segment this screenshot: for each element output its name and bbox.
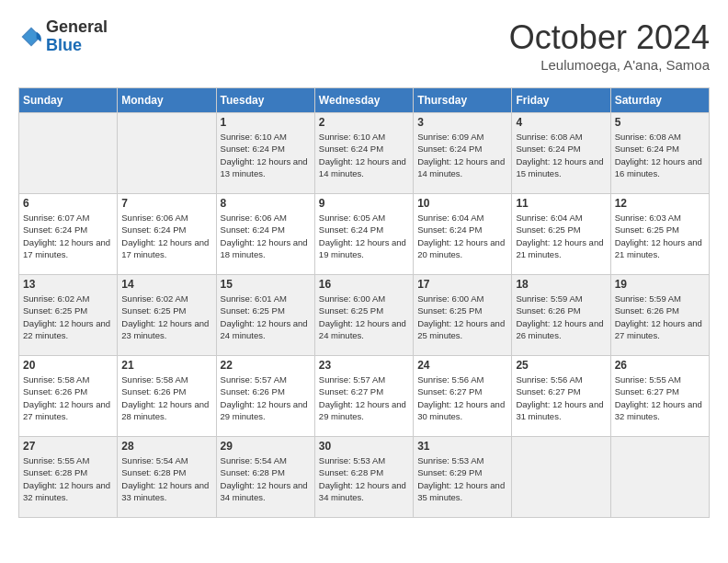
calendar-cell: 6Sunrise: 6:07 AMSunset: 6:24 PMDaylight… bbox=[19, 194, 118, 275]
day-info: Sunrise: 6:04 AMSunset: 6:24 PMDaylight:… bbox=[417, 212, 507, 260]
weekday-header: Tuesday bbox=[216, 88, 314, 113]
weekday-header: Friday bbox=[512, 88, 610, 113]
calendar-cell: 31Sunrise: 5:53 AMSunset: 6:29 PMDayligh… bbox=[414, 437, 512, 518]
day-number: 23 bbox=[319, 359, 409, 372]
day-info: Sunrise: 6:10 AMSunset: 6:24 PMDaylight:… bbox=[221, 131, 311, 179]
day-number: 11 bbox=[516, 197, 606, 210]
day-number: 6 bbox=[23, 197, 113, 210]
calendar-cell: 30Sunrise: 5:53 AMSunset: 6:28 PMDayligh… bbox=[314, 437, 413, 518]
calendar-cell: 29Sunrise: 5:54 AMSunset: 6:28 PMDayligh… bbox=[216, 437, 314, 518]
weekday-header: Sunday bbox=[19, 88, 118, 113]
day-number: 15 bbox=[221, 278, 311, 291]
day-number: 8 bbox=[221, 197, 311, 210]
calendar-cell: 24Sunrise: 5:56 AMSunset: 6:27 PMDayligh… bbox=[414, 356, 512, 437]
calendar-week-row: 1Sunrise: 6:10 AMSunset: 6:24 PMDaylight… bbox=[19, 113, 710, 194]
day-info: Sunrise: 6:00 AMSunset: 6:25 PMDaylight:… bbox=[417, 293, 507, 341]
day-info: Sunrise: 6:08 AMSunset: 6:24 PMDaylight:… bbox=[516, 131, 606, 179]
day-info: Sunrise: 6:09 AMSunset: 6:24 PMDaylight:… bbox=[417, 131, 507, 179]
day-number: 12 bbox=[615, 197, 705, 210]
day-info: Sunrise: 6:07 AMSunset: 6:24 PMDaylight:… bbox=[23, 212, 113, 260]
day-number: 17 bbox=[417, 278, 507, 291]
calendar-cell: 2Sunrise: 6:10 AMSunset: 6:24 PMDaylight… bbox=[314, 113, 413, 194]
day-number: 29 bbox=[221, 440, 311, 453]
calendar-cell: 4Sunrise: 6:08 AMSunset: 6:24 PMDaylight… bbox=[512, 113, 610, 194]
calendar-cell: 3Sunrise: 6:09 AMSunset: 6:24 PMDaylight… bbox=[414, 113, 512, 194]
day-info: Sunrise: 6:08 AMSunset: 6:24 PMDaylight:… bbox=[615, 131, 705, 179]
day-info: Sunrise: 6:01 AMSunset: 6:25 PMDaylight:… bbox=[221, 293, 311, 341]
month-title: October 2024 bbox=[509, 18, 710, 57]
weekday-header: Monday bbox=[118, 88, 216, 113]
day-info: Sunrise: 5:56 AMSunset: 6:27 PMDaylight:… bbox=[417, 373, 507, 422]
day-info: Sunrise: 6:00 AMSunset: 6:25 PMDaylight:… bbox=[319, 293, 409, 341]
day-info: Sunrise: 5:58 AMSunset: 6:26 PMDaylight:… bbox=[121, 373, 211, 422]
logo-general: General bbox=[46, 18, 108, 37]
calendar-cell: 22Sunrise: 5:57 AMSunset: 6:26 PMDayligh… bbox=[216, 356, 314, 437]
day-number: 16 bbox=[319, 278, 409, 291]
location: Leulumoega, A'ana, Samoa bbox=[509, 57, 710, 73]
day-number: 5 bbox=[615, 116, 705, 129]
day-number: 9 bbox=[319, 197, 409, 210]
day-info: Sunrise: 6:03 AMSunset: 6:25 PMDaylight:… bbox=[615, 212, 705, 260]
day-info: Sunrise: 5:57 AMSunset: 6:26 PMDaylight:… bbox=[221, 373, 311, 422]
calendar-week-row: 6Sunrise: 6:07 AMSunset: 6:24 PMDaylight… bbox=[19, 194, 710, 275]
weekday-header: Saturday bbox=[610, 88, 709, 113]
calendar-cell: 15Sunrise: 6:01 AMSunset: 6:25 PMDayligh… bbox=[216, 275, 314, 356]
day-number: 1 bbox=[221, 116, 311, 129]
calendar-cell: 21Sunrise: 5:58 AMSunset: 6:26 PMDayligh… bbox=[118, 356, 216, 437]
day-info: Sunrise: 5:55 AMSunset: 6:27 PMDaylight:… bbox=[615, 373, 705, 422]
day-number: 26 bbox=[615, 359, 705, 372]
day-info: Sunrise: 6:06 AMSunset: 6:24 PMDaylight:… bbox=[221, 212, 311, 260]
day-number: 7 bbox=[121, 197, 211, 210]
day-number: 14 bbox=[121, 278, 211, 291]
day-number: 31 bbox=[417, 440, 507, 453]
calendar-cell: 17Sunrise: 6:00 AMSunset: 6:25 PMDayligh… bbox=[414, 275, 512, 356]
day-info: Sunrise: 5:53 AMSunset: 6:29 PMDaylight:… bbox=[417, 454, 507, 503]
day-number: 21 bbox=[121, 359, 211, 372]
day-info: Sunrise: 5:57 AMSunset: 6:27 PMDaylight:… bbox=[319, 373, 409, 422]
day-number: 4 bbox=[516, 116, 606, 129]
day-number: 27 bbox=[23, 440, 113, 453]
day-info: Sunrise: 6:10 AMSunset: 6:24 PMDaylight:… bbox=[319, 131, 409, 179]
day-number: 13 bbox=[23, 278, 113, 291]
calendar-cell bbox=[118, 113, 216, 194]
calendar-table: SundayMondayTuesdayWednesdayThursdayFrid… bbox=[18, 87, 710, 518]
weekday-header: Wednesday bbox=[314, 88, 413, 113]
weekday-header: Thursday bbox=[414, 88, 512, 113]
calendar-cell: 8Sunrise: 6:06 AMSunset: 6:24 PMDaylight… bbox=[216, 194, 314, 275]
day-number: 22 bbox=[221, 359, 311, 372]
day-info: Sunrise: 6:04 AMSunset: 6:25 PMDaylight:… bbox=[516, 212, 606, 260]
calendar-cell bbox=[19, 113, 118, 194]
calendar-cell: 14Sunrise: 6:02 AMSunset: 6:25 PMDayligh… bbox=[118, 275, 216, 356]
calendar-cell: 23Sunrise: 5:57 AMSunset: 6:27 PMDayligh… bbox=[314, 356, 413, 437]
calendar-week-row: 27Sunrise: 5:55 AMSunset: 6:28 PMDayligh… bbox=[19, 437, 710, 518]
day-number: 25 bbox=[516, 359, 606, 372]
calendar-cell: 19Sunrise: 5:59 AMSunset: 6:26 PMDayligh… bbox=[610, 275, 709, 356]
calendar-cell: 16Sunrise: 6:00 AMSunset: 6:25 PMDayligh… bbox=[314, 275, 413, 356]
day-number: 3 bbox=[417, 116, 507, 129]
logo: General Blue bbox=[18, 18, 108, 55]
calendar-week-row: 20Sunrise: 5:58 AMSunset: 6:26 PMDayligh… bbox=[19, 356, 710, 437]
day-info: Sunrise: 5:54 AMSunset: 6:28 PMDaylight:… bbox=[221, 454, 311, 503]
calendar-cell: 28Sunrise: 5:54 AMSunset: 6:28 PMDayligh… bbox=[118, 437, 216, 518]
logo-text: General Blue bbox=[46, 18, 108, 55]
day-info: Sunrise: 6:05 AMSunset: 6:24 PMDaylight:… bbox=[319, 212, 409, 260]
day-info: Sunrise: 5:56 AMSunset: 6:27 PMDaylight:… bbox=[516, 373, 606, 422]
logo-blue: Blue bbox=[46, 37, 108, 55]
calendar-cell: 25Sunrise: 5:56 AMSunset: 6:27 PMDayligh… bbox=[512, 356, 610, 437]
day-info: Sunrise: 6:06 AMSunset: 6:24 PMDaylight:… bbox=[121, 212, 211, 260]
day-number: 20 bbox=[23, 359, 113, 372]
calendar-cell: 12Sunrise: 6:03 AMSunset: 6:25 PMDayligh… bbox=[610, 194, 709, 275]
calendar-cell: 5Sunrise: 6:08 AMSunset: 6:24 PMDaylight… bbox=[610, 113, 709, 194]
calendar-cell: 10Sunrise: 6:04 AMSunset: 6:24 PMDayligh… bbox=[414, 194, 512, 275]
day-info: Sunrise: 5:59 AMSunset: 6:26 PMDaylight:… bbox=[615, 293, 705, 341]
page-header: General Blue October 2024 Leulumoega, A'… bbox=[18, 18, 710, 73]
title-area: October 2024 Leulumoega, A'ana, Samoa bbox=[509, 18, 710, 73]
weekday-header-row: SundayMondayTuesdayWednesdayThursdayFrid… bbox=[19, 88, 710, 113]
calendar-cell: 7Sunrise: 6:06 AMSunset: 6:24 PMDaylight… bbox=[118, 194, 216, 275]
calendar-cell: 27Sunrise: 5:55 AMSunset: 6:28 PMDayligh… bbox=[19, 437, 118, 518]
day-number: 18 bbox=[516, 278, 606, 291]
day-number: 30 bbox=[319, 440, 409, 453]
calendar-cell bbox=[512, 437, 610, 518]
calendar-cell: 26Sunrise: 5:55 AMSunset: 6:27 PMDayligh… bbox=[610, 356, 709, 437]
day-number: 19 bbox=[615, 278, 705, 291]
